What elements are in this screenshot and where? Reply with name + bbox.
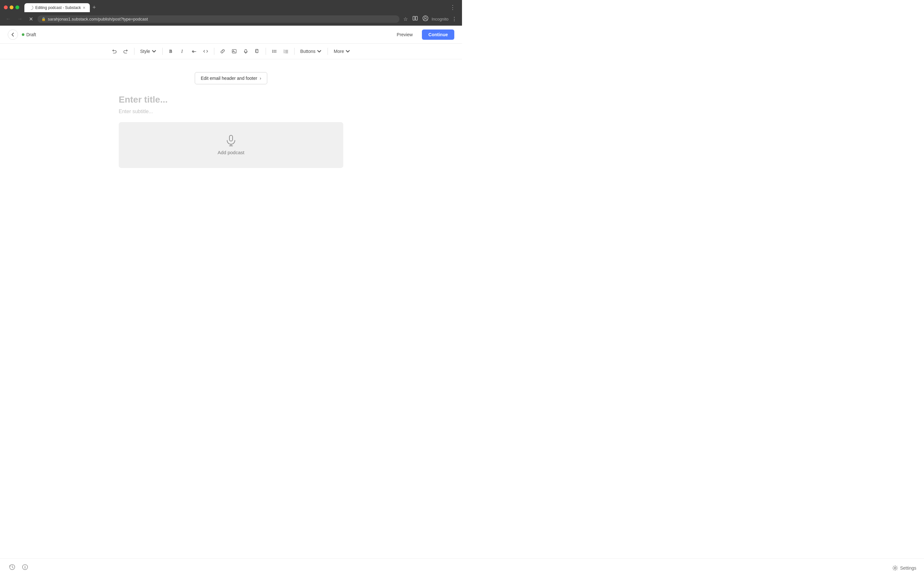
toolbar-separator-6 [328,48,328,55]
svg-point-16 [272,52,273,53]
close-traffic-light[interactable] [4,5,8,9]
toolbar-separator-1 [134,48,134,55]
account-button[interactable] [421,14,430,24]
edit-email-header-button[interactable]: Edit email header and footer › [195,72,268,84]
fullscreen-traffic-light[interactable] [15,5,19,9]
svg-point-15 [272,51,273,52]
image-button[interactable] [229,47,239,56]
bookmark-button[interactable]: ☆ [402,15,409,23]
lock-icon: 🔒 [41,17,46,21]
draft-status-dot [22,33,24,36]
svg-point-4 [425,17,426,19]
active-tab[interactable]: Editing podcast - Substack × [24,3,90,12]
toolbar: Style B I S̶ 1.2.3. Buttons More [0,44,462,59]
more-label: More [334,49,344,54]
add-podcast-button[interactable]: Add podcast [119,122,343,168]
buttons-dropdown-button[interactable]: Buttons [298,47,325,56]
browser-menu-button[interactable]: ⋮ [451,15,458,23]
style-dropdown-button[interactable]: Style [137,47,159,56]
forward-button[interactable]: → [15,15,24,23]
incognito-label: Incognito [431,17,449,21]
redo-button[interactable] [121,47,131,56]
new-tab-button[interactable]: + [90,3,99,12]
toolbar-separator-4 [266,48,266,55]
header-actions: Preview Continue [391,29,454,40]
svg-rect-1 [413,16,415,20]
title-input[interactable] [119,95,343,105]
podcast-label: Add podcast [218,150,244,155]
continue-button[interactable]: Continue [422,29,454,40]
undo-button[interactable] [109,47,120,56]
toolbar-separator-2 [162,48,163,55]
email-header-btn-label: Edit email header and footer [201,76,257,81]
svg-text:I: I [181,49,183,54]
editor-area: Edit email header and footer › Add podca… [0,59,462,288]
tab-close-button[interactable]: × [83,5,86,10]
svg-text:3.: 3. [284,52,285,53]
back-button[interactable] [8,29,18,40]
code-button[interactable] [200,47,211,56]
address-bar: ← → ✕ 🔒 sarahjonas1.substack.com/publish… [0,12,462,26]
browser-more-icon[interactable]: ⋮ [447,3,458,12]
svg-rect-26 [229,135,233,141]
ordered-list-button[interactable]: 1.2.3. [281,47,291,56]
attachment-button[interactable] [252,47,262,56]
address-text: sarahjonas1.substack.com/publish/post?ty… [48,17,396,21]
more-dropdown-button[interactable]: More [331,47,353,56]
style-label: Style [140,49,150,54]
microphone-icon [226,135,236,147]
preview-button[interactable]: Preview [391,29,419,40]
svg-point-14 [272,50,273,51]
address-bar-input[interactable]: 🔒 sarahjonas1.substack.com/publish/post?… [37,15,399,23]
tab-title: Editing podcast - Substack [35,5,81,10]
app-header: Draft Preview Continue [0,26,462,44]
toolbar-separator-3 [214,48,214,55]
traffic-lights [4,5,19,9]
back-button[interactable]: ← [4,15,13,23]
svg-rect-2 [415,16,417,20]
svg-point-0 [29,6,33,10]
svg-point-10 [233,50,234,51]
split-view-button[interactable] [411,14,419,24]
chevron-right-icon: › [260,76,262,81]
editor-content: Add podcast [119,95,343,168]
link-button[interactable] [218,47,228,56]
subtitle-input[interactable] [119,109,343,114]
unordered-list-button[interactable] [269,47,279,56]
buttons-label: Buttons [300,49,315,54]
bold-button[interactable]: B [166,47,176,56]
tab-loading-icon [29,5,33,10]
strikethrough-button[interactable]: S̶ [189,47,199,56]
audio-button[interactable] [241,47,251,56]
draft-label: Draft [26,32,36,37]
svg-text:B: B [169,49,172,54]
minimize-traffic-light[interactable] [10,5,13,9]
draft-indicator: Draft [22,32,36,37]
reload-button[interactable]: ✕ [27,15,35,23]
italic-button[interactable]: I [178,47,188,56]
